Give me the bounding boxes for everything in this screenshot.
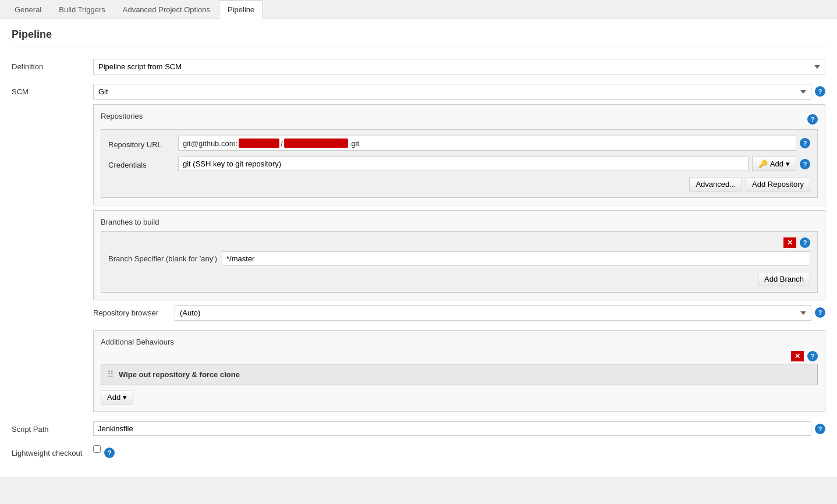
repositories-header: Repositories ? xyxy=(101,112,818,125)
scm-select[interactable]: Git xyxy=(93,84,811,100)
script-path-content: ? xyxy=(93,421,825,436)
drag-handle-icon[interactable]: ⠿ xyxy=(107,369,114,380)
definition-select[interactable]: Pipeline script from SCM xyxy=(93,59,825,74)
branches-help-icon[interactable]: ? xyxy=(800,237,810,248)
tab-advanced-project-options[interactable]: Advanced Project Options xyxy=(114,0,219,19)
repo-browser-select[interactable]: (Auto) xyxy=(175,305,811,321)
branch-specifier-label: Branch Specifier (blank for 'any') xyxy=(108,254,217,263)
repo-url-label: Repository URL xyxy=(108,138,178,149)
script-path-row: Script Path ? xyxy=(12,421,825,436)
tab-pipeline[interactable]: Pipeline xyxy=(219,0,263,19)
behaviours-section: Additional Behaviours ✕ ? ⠿ Wipe out rep… xyxy=(93,330,825,412)
scm-help-icon[interactable]: ? xyxy=(815,86,825,97)
credentials-add-button[interactable]: 🔑 Add ▾ xyxy=(752,157,796,171)
script-path-help-icon[interactable]: ? xyxy=(815,424,825,434)
scm-row: SCM Git ? Repositories ? xyxy=(12,84,825,412)
repo-url-redacted-2 xyxy=(284,139,348,148)
tab-build-triggers[interactable]: Build Triggers xyxy=(50,0,114,19)
repo-browser-select-wrapper: (Auto) xyxy=(175,305,811,321)
branch-remove-button[interactable]: ✕ xyxy=(783,237,796,248)
scm-select-wrapper: Git xyxy=(93,84,811,100)
lightweight-checkout-checkbox[interactable] xyxy=(93,445,101,453)
behaviour-close-row: ✕ ? xyxy=(101,351,818,361)
page-title: Pipeline xyxy=(12,29,825,47)
repo-url-help-icon[interactable]: ? xyxy=(800,138,810,148)
scm-content: Git ? Repositories ? Repository URL xyxy=(93,84,825,412)
repositories-section: Repositories ? Repository URL git@github… xyxy=(93,104,825,205)
branch-close-header: ✕ ? xyxy=(108,237,810,248)
lightweight-checkout-help-icon[interactable]: ? xyxy=(104,448,115,458)
lightweight-checkout-content: ? xyxy=(93,445,825,458)
branches-inner-box: ✕ ? Branch Specifier (blank for 'any') A… xyxy=(101,231,818,293)
credentials-controls: git (SSH key to git repository) 🔑 Add ▾ xyxy=(178,157,796,171)
add-chevron: ▾ xyxy=(786,159,790,168)
repo-browser-help-icon[interactable]: ? xyxy=(815,307,825,318)
tab-general[interactable]: General xyxy=(6,0,50,19)
behaviour-item-label: Wipe out repository & force clone xyxy=(119,370,240,379)
key-icon: 🔑 xyxy=(758,159,768,168)
credentials-label: Credentials xyxy=(108,158,178,169)
behaviours-header: Additional Behaviours xyxy=(101,338,818,346)
credentials-row: Credentials git (SSH key to git reposito… xyxy=(108,157,810,171)
repo-browser-content: (Auto) ? xyxy=(175,305,825,321)
definition-select-wrapper: Pipeline script from SCM xyxy=(93,59,825,74)
script-path-input[interactable] xyxy=(93,421,811,436)
credentials-help-icon[interactable]: ? xyxy=(800,159,810,169)
repo-url-slash: / xyxy=(281,139,283,148)
repo-url-content: git@github.com: / .git ? xyxy=(178,136,810,151)
repo-browser-row-help: (Auto) ? xyxy=(175,305,825,321)
branch-specifier-input[interactable] xyxy=(222,251,810,266)
credentials-content: git (SSH key to git repository) 🔑 Add ▾ … xyxy=(178,157,810,171)
repository-inner-box: Repository URL git@github.com: / .git xyxy=(101,129,818,198)
repo-url-prefix: git@github.com: xyxy=(183,139,237,148)
lightweight-checkout-label: Lightweight checkout xyxy=(12,445,93,457)
script-path-row-help: ? xyxy=(93,421,825,436)
branch-buttons: Add Branch xyxy=(108,272,810,286)
behaviours-add-wrapper: Add ▾ xyxy=(101,390,818,404)
behaviour-item: ⠿ Wipe out repository & force clone xyxy=(101,364,818,385)
scm-label: SCM xyxy=(12,84,93,96)
credentials-row-help: git (SSH key to git repository) 🔑 Add ▾ … xyxy=(178,157,810,171)
behaviours-add-button[interactable]: Add ▾ xyxy=(101,390,133,404)
repo-url-row: Repository URL git@github.com: / .git xyxy=(108,136,810,151)
repo-browser-label: Repository browser xyxy=(93,305,175,317)
advanced-button[interactable]: Advanced... xyxy=(689,177,742,191)
branches-label: Branches to build xyxy=(101,218,818,226)
add-repository-button[interactable]: Add Repository xyxy=(746,177,810,191)
add-label: Add xyxy=(770,159,783,168)
add-branch-button[interactable]: Add Branch xyxy=(758,272,810,286)
credentials-select[interactable]: git (SSH key to git repository) xyxy=(178,157,749,171)
definition-row: Definition Pipeline script from SCM xyxy=(12,59,825,74)
definition-content: Pipeline script from SCM xyxy=(93,59,825,74)
repo-url-redacted-1 xyxy=(239,139,279,148)
branches-header: Branches to build xyxy=(101,218,818,226)
branch-specifier-row: Branch Specifier (blank for 'any') xyxy=(108,251,810,266)
behaviours-label: Additional Behaviours xyxy=(101,338,818,346)
lightweight-checkout-row-help: ? xyxy=(93,445,825,458)
tab-bar: General Build Triggers Advanced Project … xyxy=(0,0,837,19)
repo-url-field[interactable]: git@github.com: / .git xyxy=(178,136,796,151)
scm-row-with-help: Git ? xyxy=(93,84,825,100)
repositories-help-icon[interactable]: ? xyxy=(807,114,818,125)
repo-url-suffix: .git xyxy=(349,139,359,148)
script-path-label: Script Path xyxy=(12,421,93,434)
repo-url-row-help: git@github.com: / .git ? xyxy=(178,136,810,151)
behaviours-item-wrapper: ✕ ? ⠿ Wipe out repository & force clone xyxy=(101,351,818,385)
behaviour-remove-button[interactable]: ✕ xyxy=(791,351,804,361)
page-content: Pipeline Definition Pipeline script from… xyxy=(0,19,837,477)
lightweight-checkout-row: Lightweight checkout ? xyxy=(12,445,825,458)
behaviours-help-icon[interactable]: ? xyxy=(807,351,818,361)
repositories-label: Repositories xyxy=(101,112,804,120)
branches-section: Branches to build ✕ ? Branch Specifier (… xyxy=(93,210,825,300)
definition-label: Definition xyxy=(12,59,93,71)
repo-buttons: Advanced... Add Repository xyxy=(108,177,810,191)
repo-browser-row: Repository browser (Auto) ? xyxy=(93,305,825,321)
